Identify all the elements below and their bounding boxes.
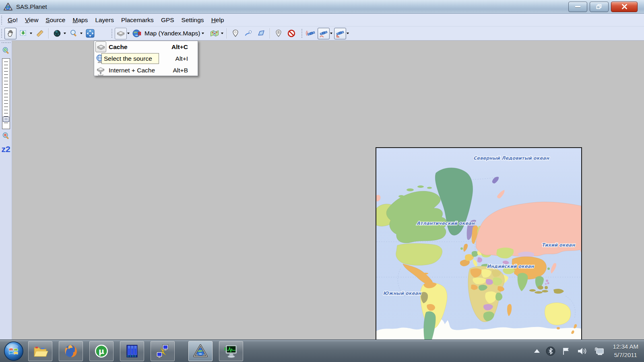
menu-item-internet[interactable]: Select the source Alt+I bbox=[94, 53, 198, 64]
zoom-out-icon[interactable] bbox=[2, 132, 10, 140]
layers-icon bbox=[210, 29, 219, 38]
explorer-folder-icon bbox=[32, 343, 48, 359]
close-button[interactable] bbox=[611, 2, 638, 12]
source-mode-dropdown-arrow[interactable] bbox=[127, 33, 130, 34]
gps-position-button[interactable] bbox=[334, 28, 346, 39]
taskbar-item-firefox[interactable] bbox=[59, 341, 83, 361]
taskbar-clock[interactable]: 12:34 AM 5/7/2011 bbox=[611, 343, 638, 359]
main-toolbar: Я Map (Yandex.Maps) bbox=[0, 27, 644, 41]
zoom-sidebar: z2 bbox=[0, 41, 12, 339]
restore-button[interactable] bbox=[590, 2, 609, 12]
cache-item-icon-frame bbox=[95, 41, 106, 52]
sas-planet-logo-icon bbox=[3, 2, 13, 11]
ocean-label-atlantic: Атлантический океан bbox=[417, 220, 475, 226]
chevron-up-icon[interactable] bbox=[534, 349, 540, 353]
add-path-button[interactable] bbox=[242, 28, 254, 39]
add-polygon-button[interactable] bbox=[255, 28, 267, 39]
gps-position-dropdown-arrow[interactable] bbox=[347, 33, 349, 34]
start-button[interactable] bbox=[3, 341, 24, 362]
toolbar-separator bbox=[48, 28, 49, 39]
zoom-slider[interactable] bbox=[2, 58, 10, 129]
layers-dropdown-arrow[interactable] bbox=[221, 33, 223, 34]
utorrent-icon: µ bbox=[93, 343, 109, 359]
menu-item-view[interactable]: View bbox=[21, 15, 42, 25]
source-dropdown-menu: Cache Alt+C Select the source Alt+I Inte… bbox=[94, 41, 198, 76]
map-source-dropdown-arrow[interactable] bbox=[202, 33, 204, 34]
world-map: Северный Ледовитый океан Атлантический о… bbox=[376, 148, 581, 352]
select-area-button[interactable] bbox=[17, 28, 29, 39]
internet-cache-disk-icon bbox=[96, 66, 105, 76]
map-source-label[interactable]: Map (Yandex.Maps) bbox=[144, 30, 200, 37]
taskbar-item-utorrent[interactable]: µ bbox=[89, 341, 114, 361]
map-source-button[interactable]: Я bbox=[131, 28, 142, 39]
toolbar-gripper[interactable] bbox=[111, 29, 113, 38]
speaker-icon[interactable] bbox=[577, 346, 588, 356]
gps-track-button[interactable] bbox=[318, 28, 330, 39]
ocean-label-indian: Индийский океан bbox=[487, 263, 535, 269]
menu-item-maps[interactable]: Maps bbox=[69, 15, 91, 25]
route-icon bbox=[244, 29, 253, 38]
taskbar-item-remote-connection[interactable] bbox=[151, 341, 175, 361]
menu-item-placemarks[interactable]: Placemarks bbox=[118, 15, 157, 25]
toolbar-separator bbox=[270, 28, 270, 39]
placemark-icon bbox=[231, 29, 240, 38]
taskbar-item-explorer[interactable] bbox=[28, 341, 52, 361]
pan-tool-button[interactable] bbox=[4, 28, 17, 39]
zoom-dropdown-arrow[interactable] bbox=[80, 33, 83, 34]
select-area-dropdown-arrow[interactable] bbox=[30, 33, 32, 34]
toolbar-gripper[interactable] bbox=[301, 29, 303, 38]
menu-item-settings[interactable]: Settings bbox=[178, 15, 208, 25]
menu-item-go[interactable]: Go! bbox=[4, 15, 21, 25]
taskbar-item-sas-planet[interactable] bbox=[188, 341, 213, 361]
network-icon[interactable] bbox=[594, 346, 605, 356]
remote-computers-icon bbox=[155, 343, 171, 359]
toolbar-gripper[interactable] bbox=[1, 29, 3, 38]
night-globe-button[interactable] bbox=[51, 28, 63, 39]
ocean-label-arctic: Северный Ледовитый океан bbox=[473, 155, 549, 161]
disable-layers-button[interactable] bbox=[285, 28, 297, 39]
client-area[interactable]: z2 bbox=[0, 41, 644, 339]
toolbar-gripper[interactable] bbox=[1, 15, 3, 25]
add-placemark-button[interactable] bbox=[229, 28, 242, 39]
measure-ruler-button[interactable] bbox=[34, 28, 46, 39]
menu-item-internet-cache[interactable]: Internet + Cache Alt+B bbox=[94, 64, 198, 76]
gps-connect-button[interactable] bbox=[305, 28, 317, 39]
clock-time: 12:34 AM bbox=[613, 343, 638, 351]
bluetooth-icon[interactable] bbox=[545, 346, 556, 356]
server-racks-icon bbox=[124, 343, 140, 359]
select-source-tooltip: Select the source bbox=[101, 53, 159, 64]
menu-item-gps[interactable]: GPS bbox=[157, 15, 178, 25]
menu-item-label: Internet + Cache bbox=[109, 67, 155, 74]
zoom-in-icon[interactable] bbox=[2, 46, 10, 55]
taskbar-item-system-monitor[interactable] bbox=[219, 341, 243, 361]
zoom-slider-ticks bbox=[4, 62, 8, 126]
ocean-label-pacific: Тихий океан bbox=[542, 242, 576, 248]
fullscreen-button[interactable] bbox=[84, 28, 96, 39]
sidebar-gripper[interactable] bbox=[1, 42, 11, 44]
svg-text:µ: µ bbox=[99, 347, 104, 356]
titlebar[interactable]: SAS.Planet bbox=[0, 0, 644, 14]
restore-icon bbox=[596, 4, 602, 9]
gps-track-dropdown-arrow[interactable] bbox=[330, 33, 332, 34]
source-mode-button[interactable] bbox=[115, 28, 127, 39]
menu-item-layers[interactable]: Layers bbox=[91, 15, 118, 25]
taskbar-item-servers[interactable] bbox=[120, 341, 144, 361]
placemark-manager-button[interactable] bbox=[272, 28, 285, 39]
map-view[interactable]: Северный Ледовитый океан Атлантический о… bbox=[376, 147, 582, 353]
placemark-list-icon bbox=[274, 29, 283, 38]
sas-planet-taskbar-icon bbox=[192, 343, 208, 359]
magnifier-icon bbox=[69, 29, 78, 38]
zoom-slider-handle[interactable] bbox=[3, 117, 9, 122]
menu-item-cache[interactable]: Cache Alt+C bbox=[94, 41, 198, 53]
minimize-button[interactable] bbox=[568, 2, 587, 12]
zoom-level-label: z2 bbox=[0, 144, 12, 154]
clock-date: 5/7/2011 bbox=[613, 351, 638, 359]
layers-button[interactable] bbox=[208, 28, 221, 39]
menu-item-source[interactable]: Source bbox=[42, 15, 69, 25]
zoom-tool-button[interactable] bbox=[68, 28, 80, 39]
action-center-flag-icon[interactable] bbox=[561, 346, 571, 356]
taskbar: µ bbox=[0, 339, 644, 362]
menu-item-help[interactable]: Help bbox=[208, 15, 228, 25]
cache-disk-icon bbox=[96, 42, 106, 52]
globe-dropdown-arrow[interactable] bbox=[64, 33, 66, 34]
